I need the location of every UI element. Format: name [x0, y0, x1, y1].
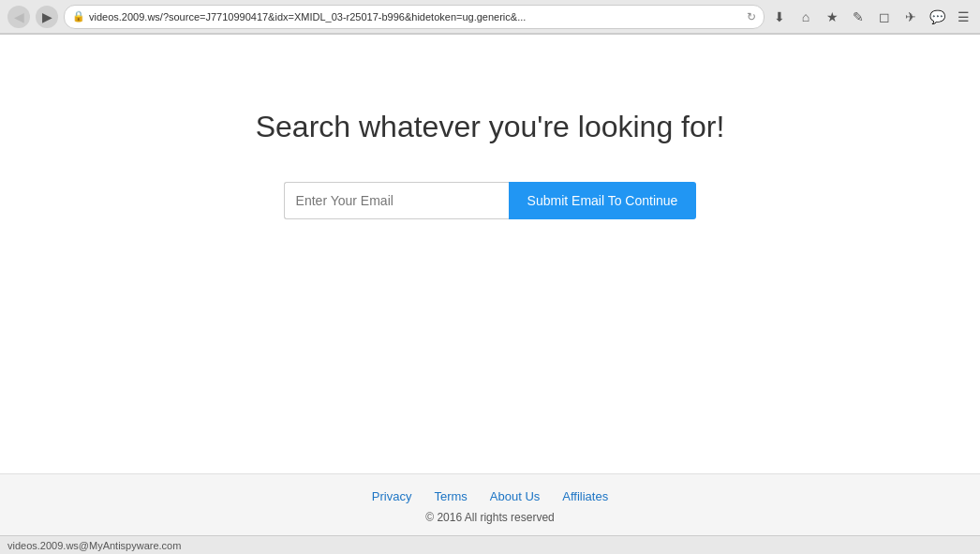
- email-input[interactable]: [284, 182, 509, 219]
- bookmark-icon[interactable]: ★: [823, 7, 841, 26]
- reload-icon[interactable]: ↻: [747, 10, 756, 23]
- page-content: Search whatever you're looking for! Subm…: [0, 35, 980, 554]
- submit-button[interactable]: Submit Email To Continue: [509, 182, 697, 219]
- footer-about-link[interactable]: About Us: [490, 489, 540, 503]
- chat-icon[interactable]: 💬: [928, 7, 946, 26]
- address-bar[interactable]: 🔒 videos.2009.ws/?source=J7710990417&idx…: [64, 5, 765, 29]
- footer-terms-link[interactable]: Terms: [434, 489, 467, 503]
- edit-icon[interactable]: ✎: [849, 7, 868, 26]
- page-headline: Search whatever you're looking for!: [256, 110, 725, 144]
- footer-privacy-link[interactable]: Privacy: [372, 489, 412, 503]
- search-form: Submit Email To Continue: [284, 182, 697, 219]
- footer-copyright: © 2016 All rights reserved: [0, 511, 980, 524]
- home-icon[interactable]: ⌂: [796, 7, 815, 26]
- browser-chrome: ◀ ▶ 🔒 videos.2009.ws/?source=J7710990417…: [0, 0, 980, 35]
- footer: Privacy Terms About Us Affiliates © 2016…: [0, 473, 980, 535]
- back-button[interactable]: ◀: [7, 6, 30, 28]
- main-area: Search whatever you're looking for! Subm…: [0, 35, 980, 473]
- status-text: videos.2009.ws@MyAntispyware.com: [7, 540, 181, 551]
- footer-links: Privacy Terms About Us Affiliates: [0, 489, 980, 503]
- forward-button[interactable]: ▶: [36, 6, 58, 28]
- toolbar-icons: ⬇ ⌂ ★ ✎ ◻ ✈ 💬 ☰: [770, 7, 973, 26]
- browser-toolbar: ◀ ▶ 🔒 videos.2009.ws/?source=J7710990417…: [0, 0, 980, 34]
- pocket-icon[interactable]: ◻: [875, 7, 894, 26]
- status-bar: videos.2009.ws@MyAntispyware.com: [0, 535, 980, 554]
- url-text: videos.2009.ws/?source=J7710990417&idx=X…: [89, 11, 743, 22]
- footer-affiliates-link[interactable]: Affiliates: [562, 489, 608, 503]
- send-icon[interactable]: ✈: [901, 7, 920, 26]
- menu-icon[interactable]: ☰: [954, 7, 973, 26]
- download-icon[interactable]: ⬇: [770, 7, 789, 26]
